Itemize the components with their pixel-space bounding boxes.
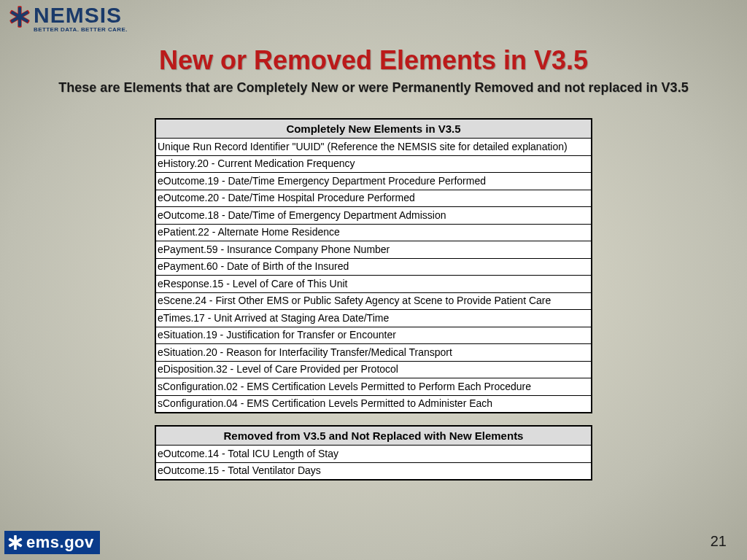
table-row: eScene.24 - First Other EMS or Public Sa… bbox=[155, 292, 592, 310]
ems-gov-logo: ems.gov bbox=[4, 531, 100, 554]
table-row: Unique Run Record Identifier "UUID" (Ref… bbox=[155, 139, 592, 156]
table-row: eSituation.20 - Reason for Interfacility… bbox=[155, 344, 592, 362]
table-row: eDisposition.32 - Level of Care Provided… bbox=[155, 361, 592, 378]
star-of-life-icon bbox=[7, 534, 23, 551]
new-elements-header: Completely New Elements in V3.5 bbox=[155, 119, 592, 139]
ems-gov-text: ems.gov bbox=[26, 533, 94, 552]
table-row: ePayment.59 - Insurance Company Phone Nu… bbox=[155, 241, 592, 259]
table-row: eOutcome.19 - Date/Time Emergency Depart… bbox=[155, 173, 592, 190]
table-row: eOutcome.20 - Date/Time Hospital Procedu… bbox=[155, 190, 592, 207]
nemsis-logo: NEMSIS BETTER DATA. BETTER CARE. bbox=[7, 4, 128, 33]
content-tables: Completely New Elements in V3.5 Unique R… bbox=[155, 118, 592, 481]
table-row: sConfiguration.02 - EMS Certification Le… bbox=[155, 378, 592, 396]
table-row: eSituation.19 - Justification for Transf… bbox=[155, 327, 592, 344]
star-of-life-icon bbox=[7, 4, 32, 29]
removed-elements-header: Removed from V3.5 and Not Replaced with … bbox=[155, 426, 592, 446]
table-row: eHistory.20 - Current Medication Frequen… bbox=[155, 155, 592, 173]
table-row: eTimes.17 - Unit Arrived at Staging Area… bbox=[155, 310, 592, 327]
slide-title: New or Removed Elements in V3.5 bbox=[0, 45, 747, 76]
table-row: eOutcome.15 - Total Ventilator Days bbox=[155, 462, 592, 480]
removed-elements-table: Removed from V3.5 and Not Replaced with … bbox=[155, 425, 592, 481]
new-elements-table: Completely New Elements in V3.5 Unique R… bbox=[155, 118, 592, 413]
slide-subtitle: These are Elements that are Completely N… bbox=[0, 80, 747, 96]
page-number: 21 bbox=[711, 533, 727, 550]
table-row: eOutcome.14 - Total ICU Length of Stay bbox=[155, 446, 592, 463]
table-row: sConfiguration.04 - EMS Certification Le… bbox=[155, 395, 592, 413]
table-row: ePatient.22 - Alternate Home Residence bbox=[155, 224, 592, 241]
nemsis-tagline: BETTER DATA. BETTER CARE. bbox=[34, 27, 128, 33]
table-row: eResponse.15 - Level of Care of This Uni… bbox=[155, 276, 592, 293]
nemsis-brand-text: NEMSIS bbox=[34, 4, 128, 26]
table-row: eOutcome.18 - Date/Time of Emergency Dep… bbox=[155, 207, 592, 225]
table-row: ePayment.60 - Date of Birth of the Insur… bbox=[155, 258, 592, 276]
